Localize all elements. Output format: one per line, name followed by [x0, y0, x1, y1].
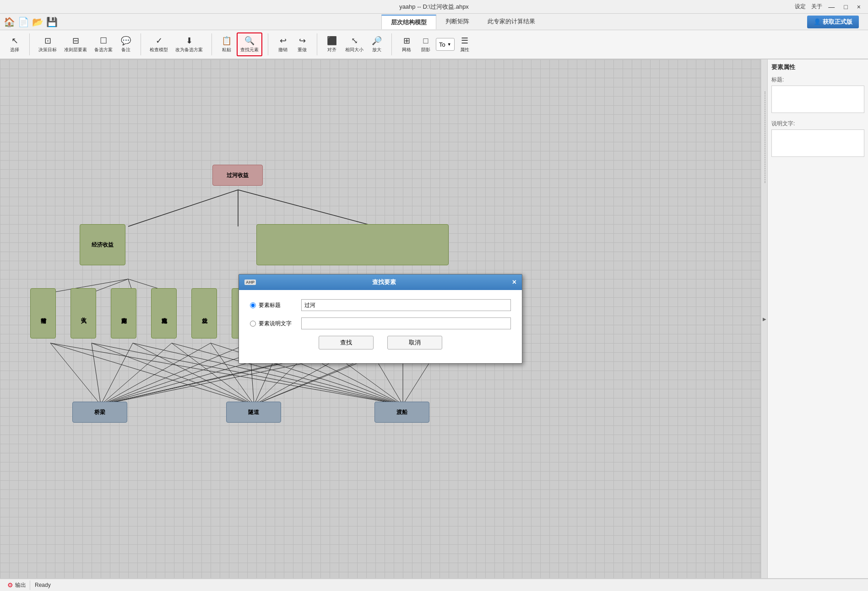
paste-tool[interactable]: 📋 粘贴 — [217, 32, 236, 56]
criteria-tool[interactable]: ⊟ 准则层要素 — [61, 32, 90, 56]
find-dialog: AHP 查找要素 × 要素标题 要素说 — [239, 274, 522, 364]
search-desc-input[interactable] — [301, 317, 511, 329]
dialog-titlebar: AHP 查找要素 × — [239, 274, 522, 290]
menu-bar-wrapper: 🏠 📄 📂 💾 层次结构模型 判断矩阵 此专家的计算结果 👤 获取正式版 — [0, 15, 868, 29]
shadow-tool[interactable]: □ 阴影 — [417, 32, 435, 56]
toolbar-history-group: ↩ 撤销 ↪ 重做 — [272, 32, 313, 56]
toolbar-edit-group: 📋 粘贴 🔍 查找元素 — [216, 32, 264, 56]
find-button[interactable]: 查找 — [319, 336, 374, 349]
save-icon[interactable]: 💾 — [46, 16, 58, 27]
paste-label: 粘贴 — [222, 47, 231, 53]
close-button[interactable]: × — [854, 2, 863, 11]
select-tool[interactable]: ↖ 选择 — [5, 32, 24, 56]
settings-area[interactable]: 设定 关于 — [795, 3, 822, 11]
ready-label: Ready — [35, 582, 51, 588]
search-title-label: 要素标题 — [259, 301, 281, 309]
search-desc-radio[interactable] — [250, 321, 256, 327]
check-tool[interactable]: ✓ 检查模型 — [146, 32, 171, 56]
search-title-radio[interactable] — [250, 302, 256, 308]
dialog-close-button[interactable]: × — [512, 278, 516, 286]
find-tool[interactable]: 🔍 查找元素 — [237, 32, 262, 56]
new-icon[interactable]: 📄 — [18, 16, 29, 27]
convert-label: 改为备选方案 — [175, 47, 203, 53]
tab-group: 层次结构模型 判断矩阵 此专家的计算结果 — [58, 15, 868, 29]
search-title-row: 要素标题 — [250, 299, 511, 311]
sep1 — [29, 33, 30, 55]
decision-icon: ⊡ — [44, 36, 51, 46]
title-field-input[interactable] — [771, 86, 864, 113]
home-icon[interactable]: 🏠 — [4, 16, 15, 27]
license-icon: 👤 — [814, 18, 821, 25]
title-bar: yaahp -- D:\过河收益.ahpx 设定 关于 — □ × — [0, 0, 868, 14]
desc-field-input[interactable] — [771, 129, 864, 157]
same-size-tool[interactable]: ⤡ 相同大小 — [342, 32, 367, 56]
search-title-radio-label[interactable]: 要素标题 — [250, 301, 296, 309]
window-controls[interactable]: — □ × — [825, 2, 863, 11]
zoom-tool[interactable]: 🔎 放大 — [368, 32, 386, 56]
app-title: yaahp -- D:\过河收益.ahpx — [399, 3, 469, 11]
align-icon: ⬛ — [327, 36, 337, 46]
toolbar-view-group: ⊞ 网格 □ 阴影 To ▼ ☰ 属性 — [396, 32, 476, 56]
desc-field-label: 说明文字: — [771, 120, 864, 128]
zoom-icon: 🔎 — [372, 36, 382, 46]
to-value: To — [439, 41, 445, 48]
search-desc-row: 要素说明文字 — [250, 317, 511, 329]
minimize-button[interactable]: — — [825, 2, 837, 11]
toolbar-format-group: ⬛ 对齐 ⤡ 相同大小 🔎 放大 — [321, 32, 388, 56]
select-icon: ↖ — [11, 36, 18, 46]
main-area: 过河收益 经济收益 节省时间 收入 岸间商业 当地商业 就业 可靠 沟通 美感 … — [0, 59, 868, 578]
redo-icon: ↪ — [299, 36, 306, 46]
maximize-button[interactable]: □ — [841, 2, 850, 11]
alternative-icon: ☐ — [100, 36, 107, 46]
check-icon: ✓ — [156, 36, 163, 46]
search-desc-label: 要素说明文字 — [259, 320, 292, 328]
align-label: 对齐 — [327, 47, 336, 53]
sep2 — [141, 33, 141, 55]
shadow-icon: □ — [423, 36, 429, 46]
title-section: 标题: — [771, 76, 864, 114]
search-title-input[interactable] — [301, 299, 511, 311]
tab-results[interactable]: 此专家的计算结果 — [478, 15, 544, 29]
output-section[interactable]: ⚙ 输出 — [4, 580, 30, 590]
same-size-label: 相同大小 — [345, 47, 363, 53]
decision-tool[interactable]: ⊡ 决策目标 — [35, 32, 60, 56]
note-icon: 💬 — [121, 36, 131, 46]
sep6 — [391, 33, 392, 55]
about-label[interactable]: 关于 — [811, 3, 822, 11]
redo-tool[interactable]: ↪ 重做 — [293, 32, 311, 56]
select-label: 选择 — [10, 47, 19, 53]
sep4 — [268, 33, 268, 55]
redo-label: 重做 — [298, 47, 307, 53]
get-license-button[interactable]: 👤 获取正式版 — [807, 16, 859, 28]
output-label: 输出 — [15, 581, 26, 589]
sep3 — [212, 33, 212, 55]
search-desc-radio-label[interactable]: 要素说明文字 — [250, 320, 296, 328]
license-label: 获取正式版 — [823, 18, 852, 26]
grid-label: 网格 — [402, 47, 411, 53]
note-label: 备注 — [121, 47, 130, 53]
alternative-tool[interactable]: ☐ 备选方案 — [91, 32, 116, 56]
align-tool[interactable]: ⬛ 对齐 — [323, 32, 341, 56]
note-tool[interactable]: 💬 备注 — [117, 32, 135, 56]
open-icon[interactable]: 📂 — [32, 16, 43, 27]
undo-icon: ↩ — [280, 36, 287, 46]
tab-hierarchy[interactable]: 层次结构模型 — [381, 15, 436, 29]
tab-matrix[interactable]: 判断矩阵 — [436, 15, 478, 29]
grid-icon: ⊞ — [403, 36, 410, 46]
grid-tool[interactable]: ⊞ 网格 — [397, 32, 416, 56]
criteria-label: 准则层要素 — [64, 47, 87, 53]
dialog-buttons: 查找 取消 — [250, 336, 511, 354]
ahp-logo: AHP — [244, 279, 256, 285]
cancel-button[interactable]: 取消 — [387, 336, 442, 349]
to-dropdown[interactable]: To ▼ — [436, 38, 455, 51]
convert-tool[interactable]: ⬇ 改为备选方案 — [172, 32, 206, 56]
zoom-label: 放大 — [372, 47, 381, 53]
status-bar: ⚙ 输出 Ready — [0, 578, 868, 591]
undo-tool[interactable]: ↩ 撤销 — [274, 32, 292, 56]
attributes-tool[interactable]: ☰ 属性 — [456, 32, 474, 56]
settings-label[interactable]: 设定 — [795, 3, 806, 11]
title-field-label: 标题: — [771, 76, 864, 84]
canvas-area[interactable]: 过河收益 经济收益 节省时间 收入 岸间商业 当地商业 就业 可靠 沟通 美感 … — [0, 59, 761, 578]
dialog-title: 查找要素 — [256, 278, 512, 286]
convert-icon: ⬇ — [186, 36, 193, 46]
